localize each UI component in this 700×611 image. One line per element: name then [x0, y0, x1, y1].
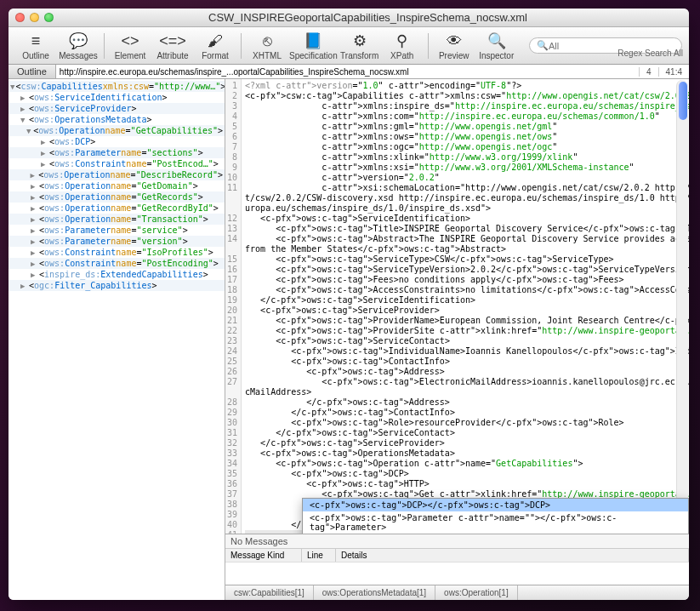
url-bar: 4 41:4 — [56, 65, 689, 78]
tab-outline[interactable]: Outline — [9, 65, 56, 78]
title-bar[interactable]: CSW_INSPIREGeoportalCapabilities_Inspire… — [9, 9, 689, 27]
outline-item[interactable]: ▶<ows:ServiceProvider> — [9, 103, 225, 114]
toolbar-xpath-button[interactable]: ⚲XPath — [382, 31, 423, 60]
disclosure-icon[interactable]: ▼ — [20, 116, 28, 124]
disclosure-icon[interactable]: ▼ — [10, 83, 14, 91]
outline-item[interactable]: ▼<ows:OperationsMetadata> — [9, 114, 225, 125]
disclosure-icon[interactable]: ▶ — [31, 260, 38, 268]
attribute-icon: <=> — [161, 31, 185, 51]
position-indicator-a: 4 — [639, 67, 658, 77]
outline-item[interactable]: ▶<ows:Parameter name="service"> — [9, 225, 225, 236]
outline-item[interactable]: ▶<ows:ServiceIdentification> — [9, 92, 225, 103]
close-icon[interactable] — [15, 13, 25, 22]
breadcrumb-item[interactable]: csw:Capabilities[1] — [225, 585, 314, 600]
disclosure-icon[interactable]: ▶ — [31, 248, 38, 257]
messages-columns: Message KindLineDetails — [225, 549, 689, 562]
toolbar-preview-button[interactable]: 👁Preview — [434, 31, 475, 60]
disclosure-icon[interactable]: ▶ — [31, 237, 38, 246]
messages-panel: No Messages Message KindLineDetails — [225, 534, 689, 585]
disclosure-icon[interactable]: ▶ — [20, 94, 28, 102]
outline-item[interactable]: ▶<ows:Operation name="GetDomain"> — [9, 180, 225, 191]
position-indicator-b: 41:4 — [658, 67, 689, 77]
outline-item[interactable]: ▶<ows:Parameter name="sections"> — [9, 147, 225, 158]
toolbar-element-button[interactable]: <>Element — [110, 31, 151, 60]
messages-col-header[interactable]: Line — [302, 549, 336, 562]
toolbar-transform-button[interactable]: ⚙Transform — [339, 31, 380, 60]
breadcrumb-bar: csw:Capabilities[1]ows:OperationsMetadat… — [225, 585, 689, 600]
disclosure-icon[interactable]: ▶ — [31, 204, 38, 213]
toolbar-inspector-button[interactable]: 🔍Inspector — [476, 31, 517, 60]
outline-item[interactable]: ▶<ows:Operation name="GetRecordById"> — [9, 203, 225, 214]
outline-item[interactable]: ▶<ows:Operation name="DescribeRecord"> — [9, 169, 225, 180]
editor-window: CSW_INSPIREGeoportalCapabilities_Inspire… — [9, 9, 689, 600]
outline-item[interactable]: ▶<ows:Constraint name="PostEncod…"> — [9, 158, 225, 169]
transform-icon: ⚙ — [348, 31, 372, 51]
disclosure-icon[interactable]: ▶ — [31, 182, 38, 191]
traffic-lights — [15, 13, 54, 22]
autocomplete-popup[interactable]: <c-pfx">ows:c-tag">DCP></c-pfx">ows:c-ta… — [302, 498, 689, 534]
window-title: CSW_INSPIREGeoportalCapabilities_Inspire… — [54, 11, 682, 24]
outline-item[interactable]: ▶<ows:Constraint name="IsoProfiles"> — [9, 247, 225, 258]
vertical-scrollbar[interactable] — [676, 80, 688, 533]
toolbar: ≡Outline💬Messages<>Element<=>Attribute🖌F… — [9, 27, 689, 65]
search-icon: 🔍 — [537, 40, 549, 51]
disclosure-icon[interactable]: ▶ — [31, 271, 38, 279]
toolbar-format-button[interactable]: 🖌Format — [195, 31, 236, 60]
disclosure-icon[interactable]: ▶ — [31, 215, 38, 224]
disclosure-icon[interactable]: ▶ — [20, 282, 28, 290]
xhtml-icon: ⎋ — [255, 31, 279, 51]
editor-panel: 1 2 3 4 5 6 7 8 9 10 11 12 13 14 15 16 1… — [225, 79, 689, 600]
toolbar-outline-button[interactable]: ≡Outline — [15, 31, 56, 60]
format-icon: 🖌 — [203, 31, 227, 51]
autocomplete-option[interactable]: <c-pfx">ows:c-tag">Parameter c-attr">nam… — [303, 511, 688, 534]
disclosure-icon[interactable]: ▶ — [20, 105, 28, 113]
outline-item[interactable]: ▼<ows:Operation name="GetCapabilities"> — [9, 125, 225, 136]
xpath-icon: ⚲ — [390, 31, 414, 51]
preview-icon: 👁 — [442, 31, 466, 51]
toolbar-messages-button[interactable]: 💬Messages — [58, 31, 99, 60]
messages-body — [225, 562, 689, 585]
disclosure-icon[interactable]: ▶ — [30, 171, 37, 180]
disclosure-icon[interactable]: ▼ — [26, 127, 32, 135]
disclosure-icon[interactable]: ▶ — [41, 138, 48, 146]
messages-icon: 💬 — [66, 31, 90, 51]
content-area: ▼<csw:Capabilities xmlns:csw="http://www… — [9, 79, 689, 600]
source-text[interactable]: <?xml c-attr">version="1.0" c-attr">enco… — [242, 79, 689, 534]
outline-item[interactable]: ▶<inspire_ds:ExtendedCapabilities> — [9, 269, 225, 280]
outline-item[interactable]: ▶<ows:Parameter name="version"> — [9, 236, 225, 247]
outline-panel[interactable]: ▼<csw:Capabilities xmlns:csw="http://www… — [9, 79, 225, 600]
autocomplete-option[interactable]: <c-pfx">ows:c-tag">DCP></c-pfx">ows:c-ta… — [303, 499, 688, 511]
messages-header: No Messages — [225, 534, 689, 549]
outline-item[interactable]: ▶<ows:Operation name="Transaction"> — [9, 214, 225, 225]
code-area[interactable]: 1 2 3 4 5 6 7 8 9 10 11 12 13 14 15 16 1… — [225, 79, 689, 534]
disclosure-icon[interactable]: ▶ — [31, 226, 38, 235]
specification-icon: 📘 — [301, 31, 325, 51]
messages-col-header[interactable]: Message Kind — [225, 549, 302, 562]
outline-item[interactable]: ▶<ows:Constraint name="PostEncoding"> — [9, 258, 225, 269]
toolbar-xhtml-button[interactable]: ⎋XHTML — [247, 31, 287, 60]
outline-item[interactable]: ▶<ows:Operation name="GetRecords"> — [9, 191, 225, 203]
disclosure-icon[interactable]: ▶ — [41, 160, 48, 168]
zoom-icon[interactable] — [44, 13, 54, 22]
scrollbar-thumb[interactable] — [679, 82, 687, 120]
tab-bar: Outline 4 41:4 — [9, 65, 689, 79]
outline-icon: ≡ — [24, 31, 48, 51]
url-input[interactable] — [56, 66, 639, 78]
line-gutter: 1 2 3 4 5 6 7 8 9 10 11 12 13 14 15 16 1… — [225, 79, 242, 534]
minimize-icon[interactable] — [30, 13, 39, 22]
disclosure-icon[interactable]: ▶ — [31, 193, 38, 202]
outline-item[interactable]: ▶<ogc:Filter_Capabilities> — [9, 280, 225, 291]
breadcrumb-item[interactable]: ows:Operation[1] — [435, 585, 518, 600]
inspector-icon: 🔍 — [485, 31, 509, 51]
outline-item[interactable]: ▼<csw:Capabilities xmlns:csw="http://www… — [9, 81, 225, 92]
outline-item[interactable]: ▶<ows:DCP> — [9, 136, 225, 147]
element-icon: <> — [118, 31, 142, 51]
disclosure-icon[interactable]: ▶ — [41, 149, 48, 157]
regex-search-label: Regex Search All — [617, 49, 683, 58]
breadcrumb-item[interactable]: ows:OperationsMetadata[1] — [314, 585, 435, 600]
messages-col-header[interactable]: Details — [336, 549, 689, 562]
toolbar-attribute-button[interactable]: <=>Attribute — [152, 31, 193, 60]
toolbar-specification-button[interactable]: 📘Specification — [289, 31, 338, 60]
